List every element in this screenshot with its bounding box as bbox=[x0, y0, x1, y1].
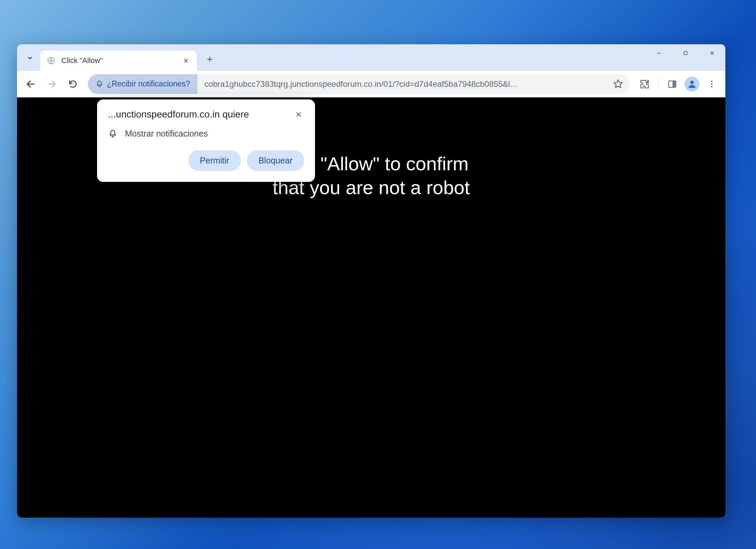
forward-button[interactable] bbox=[43, 75, 61, 93]
block-button[interactable]: Bloquear bbox=[247, 150, 304, 171]
popup-permission-label: Mostrar notificaciones bbox=[125, 129, 208, 139]
permission-popup: ...unctionspeedforum.co.in quiere Mostra… bbox=[97, 99, 315, 182]
plus-icon bbox=[206, 56, 214, 63]
notification-chip[interactable]: ¿Recibir notificaciones? bbox=[88, 74, 198, 94]
notification-chip-label: ¿Recibir notificaciones? bbox=[107, 79, 190, 89]
toolbar: ¿Recibir notificaciones? cobra1ghubcc738… bbox=[17, 71, 725, 97]
minimize-icon bbox=[656, 50, 662, 56]
tab-search-dropdown[interactable] bbox=[23, 51, 37, 65]
svg-point-6 bbox=[711, 83, 712, 84]
back-button[interactable] bbox=[22, 75, 40, 93]
more-vertical-icon bbox=[707, 80, 716, 89]
browser-tab[interactable]: Click "Allow" bbox=[40, 50, 197, 71]
reload-button[interactable] bbox=[64, 75, 82, 93]
extensions-button[interactable] bbox=[636, 75, 653, 93]
globe-icon bbox=[47, 56, 56, 65]
popup-close-button[interactable] bbox=[293, 109, 304, 120]
bell-icon bbox=[95, 80, 104, 88]
close-icon bbox=[709, 50, 715, 56]
window-controls bbox=[646, 44, 725, 62]
puzzle-icon bbox=[640, 79, 650, 89]
star-icon bbox=[613, 79, 623, 89]
svg-point-4 bbox=[690, 81, 694, 84]
menu-button[interactable] bbox=[703, 75, 721, 93]
svg-rect-1 bbox=[684, 51, 687, 54]
arrow-left-icon bbox=[26, 79, 36, 89]
svg-rect-3 bbox=[673, 81, 676, 87]
bell-icon bbox=[108, 129, 117, 139]
popup-buttons: Permitir Bloquear bbox=[108, 150, 304, 171]
tab-title: Click "Allow" bbox=[61, 56, 181, 65]
popup-header: ...unctionspeedforum.co.in quiere bbox=[108, 109, 304, 120]
close-icon bbox=[295, 111, 302, 118]
tab-favicon bbox=[46, 56, 56, 65]
new-tab-button[interactable] bbox=[202, 51, 218, 67]
svg-point-5 bbox=[711, 81, 712, 82]
person-icon bbox=[687, 79, 697, 89]
minimize-button[interactable] bbox=[646, 44, 672, 62]
arrow-right-icon bbox=[47, 79, 57, 89]
panel-icon bbox=[667, 79, 677, 89]
close-icon bbox=[183, 58, 189, 64]
tab-close-button[interactable] bbox=[181, 56, 191, 65]
allow-button[interactable]: Permitir bbox=[188, 150, 241, 171]
address-bar[interactable]: ¿Recibir notificaciones? cobra1ghubcc738… bbox=[88, 74, 630, 94]
chevron-down-icon bbox=[26, 54, 34, 62]
reload-icon bbox=[68, 79, 78, 89]
bookmark-button[interactable] bbox=[610, 76, 626, 92]
svg-point-7 bbox=[711, 86, 712, 87]
popup-title: ...unctionspeedforum.co.in quiere bbox=[108, 109, 249, 120]
popup-permission-row: Mostrar notificaciones bbox=[108, 129, 304, 139]
maximize-button[interactable] bbox=[672, 44, 699, 62]
close-window-button[interactable] bbox=[699, 44, 725, 62]
maximize-icon bbox=[683, 50, 688, 56]
side-panel-button[interactable] bbox=[663, 75, 681, 93]
toolbar-divider bbox=[658, 78, 659, 90]
profile-avatar[interactable] bbox=[684, 77, 699, 92]
titlebar: Click "Allow" bbox=[17, 44, 725, 71]
url-display: cobra1ghubcc7383tqrg.junctionspeedforum.… bbox=[198, 79, 610, 89]
